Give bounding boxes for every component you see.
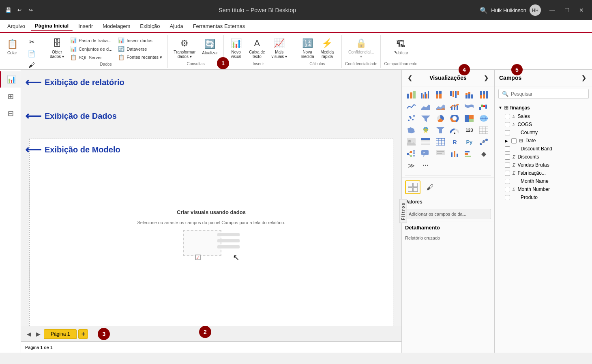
viz-arrows[interactable]: ≫ [405, 160, 417, 171]
viz-eraser[interactable]: ◆ [478, 148, 490, 159]
more-visuals-button[interactable]: 📈 Maisvisuais ▾ [269, 36, 290, 60]
menu-pagina-inicial[interactable]: Página Inicial [31, 21, 73, 31]
viz-format-button[interactable]: 🖌 [422, 180, 438, 194]
viz-grid-button[interactable] [405, 180, 420, 194]
close-button[interactable]: ✕ [575, 5, 588, 15]
text-box-button[interactable]: A Caixa detexto [247, 36, 267, 60]
report-view-button[interactable]: 📊 [0, 71, 21, 88]
viz-python[interactable]: Py [463, 137, 475, 147]
viz-qa[interactable]: ? [420, 148, 432, 159]
page-next-button[interactable]: ▶ [34, 330, 42, 338]
viz-line-column[interactable] [448, 101, 461, 112]
menu-ferramentas-externas[interactable]: Ferramentas Externas [189, 21, 249, 31]
viz-area-chart[interactable] [420, 101, 432, 112]
new-visual-button[interactable]: 📊 Novovisual [227, 36, 245, 60]
new-measure-button[interactable]: 🔢 Novamedida [298, 36, 317, 60]
field-date-checkbox[interactable] [511, 138, 517, 143]
field-produto[interactable]: Produto [495, 193, 592, 201]
viz-image[interactable] [405, 137, 417, 147]
viz-filter[interactable] [420, 113, 432, 124]
fields-panel-collapse[interactable]: ❯ [580, 73, 588, 83]
field-country[interactable]: Country [495, 128, 592, 137]
viz-donut[interactable] [448, 113, 461, 124]
excel-workbook-button[interactable]: 📊Pasta de traba... [68, 36, 114, 44]
maximize-button[interactable]: ☐ [560, 5, 573, 15]
viz-hierarchical-bar[interactable] [463, 148, 475, 159]
viz-smart-narrative[interactable] [434, 148, 446, 159]
viz-table[interactable] [420, 137, 432, 147]
viz-scatter[interactable] [405, 113, 417, 124]
viz-r-visual[interactable]: R [448, 137, 461, 147]
user-avatar[interactable]: HH [530, 4, 541, 16]
field-cogs[interactable]: Σ COGS [495, 120, 592, 128]
viz-treemap[interactable] [463, 113, 475, 124]
viz-kpi[interactable]: 123 [463, 125, 475, 135]
field-sales-checkbox[interactable] [505, 114, 510, 119]
paste-button[interactable]: 📋 Colar [3, 36, 21, 58]
publish-button[interactable]: 🏗 Publicar [391, 36, 410, 58]
viz-clustered-bar[interactable] [420, 90, 432, 100]
viz-more[interactable]: ··· [420, 160, 432, 171]
viz-map[interactable] [478, 113, 490, 124]
save-icon[interactable]: 💾 [4, 6, 12, 14]
model-view-button[interactable]: ⊟ [0, 105, 21, 122]
viz-azure-map[interactable] [420, 125, 432, 135]
viz-ribbon-chart[interactable] [463, 101, 475, 112]
field-sales[interactable]: Σ Sales [495, 112, 592, 120]
viz-matrix[interactable] [478, 125, 490, 135]
transform-data-button[interactable]: ⚙ Transformardados ▾ [171, 36, 198, 60]
viz-line-chart[interactable] [405, 101, 417, 112]
fields-table-financas[interactable]: ▼ ⊞ finanças [495, 103, 592, 112]
viz-key-influencers[interactable] [478, 137, 490, 147]
viz-gauge[interactable] [448, 125, 461, 135]
viz-funnel[interactable] [434, 125, 446, 135]
field-cogs-checkbox[interactable] [505, 122, 510, 127]
viz-clustered-column[interactable] [448, 90, 461, 100]
search-icon[interactable]: 🔍 [480, 6, 488, 14]
viz-stacked-bar[interactable] [405, 90, 417, 100]
field-discount-band-checkbox[interactable] [505, 146, 510, 152]
sensitivity-button[interactable]: 🔒 Confidencial...▾ [346, 36, 376, 60]
menu-inserir[interactable]: Inserir [74, 21, 97, 31]
menu-exibicao[interactable]: Exibição [136, 21, 164, 31]
viz-stacked-area[interactable] [434, 101, 446, 112]
viz-pie[interactable] [434, 113, 446, 124]
fields-search-box[interactable]: 🔍 [498, 89, 589, 99]
viz-decomposition-tree[interactable] [405, 148, 417, 159]
field-vendas-brutas[interactable]: Σ Vendas Brutas [495, 161, 592, 169]
field-date-expand[interactable]: ▶ [505, 139, 508, 143]
viz-add-field-button[interactable]: Adicionar os campos de da... [405, 209, 491, 219]
field-date[interactable]: ▶ ⊞ Date [495, 137, 592, 145]
data-view-button[interactable]: ⊞ [0, 88, 21, 105]
field-discounts-checkbox[interactable] [505, 154, 510, 160]
fields-search-input[interactable] [511, 91, 585, 97]
field-country-checkbox[interactable] [505, 130, 510, 135]
viz-panel-collapse-right[interactable]: ❯ [482, 73, 490, 83]
page-tab-1[interactable]: Página 1 [44, 329, 77, 339]
viz-100pct-stacked-column[interactable] [478, 90, 490, 100]
add-page-button[interactable]: + [78, 329, 88, 339]
sql-server-button[interactable]: 📋SQL Server [68, 54, 114, 61]
quick-measure-button[interactable]: ⚡ Medidarápida [318, 36, 336, 60]
get-data-button[interactable]: 🗄 Obterdados ▾ [47, 36, 66, 60]
report-canvas[interactable]: Criar visuais usando dados Selecione ou … [29, 139, 393, 332]
format-painter-button[interactable]: 🖌 [23, 60, 41, 71]
minimize-button[interactable]: — [546, 5, 559, 15]
field-month-number[interactable]: Σ Month Number [495, 185, 592, 193]
viz-100pct-stacked-bar[interactable] [434, 90, 446, 100]
field-produto-checkbox[interactable] [505, 195, 510, 200]
field-discounts[interactable]: Σ Discounts [495, 153, 592, 161]
field-fabricacao[interactable]: Σ Fabricação... [495, 169, 592, 177]
insert-data-button[interactable]: 📊Inserir dados [116, 36, 164, 44]
copy-button[interactable]: 📄 [23, 48, 41, 59]
field-month-name[interactable]: Month Name [495, 177, 592, 185]
menu-ajuda[interactable]: Ajuda [165, 21, 187, 31]
dataverse-button[interactable]: 🔄Dataverse [116, 45, 164, 53]
viz-matrix2[interactable] [434, 137, 446, 147]
field-discount-band[interactable]: Discount Band [495, 145, 592, 153]
field-vendas-brutas-checkbox[interactable] [505, 163, 510, 168]
field-month-number-checkbox[interactable] [505, 187, 510, 192]
field-fabricacao-checkbox[interactable] [505, 171, 510, 176]
page-prev-button[interactable]: ◀ [25, 330, 33, 338]
recent-sources-button[interactable]: 📋Fontes recentes ▾ [116, 54, 164, 61]
